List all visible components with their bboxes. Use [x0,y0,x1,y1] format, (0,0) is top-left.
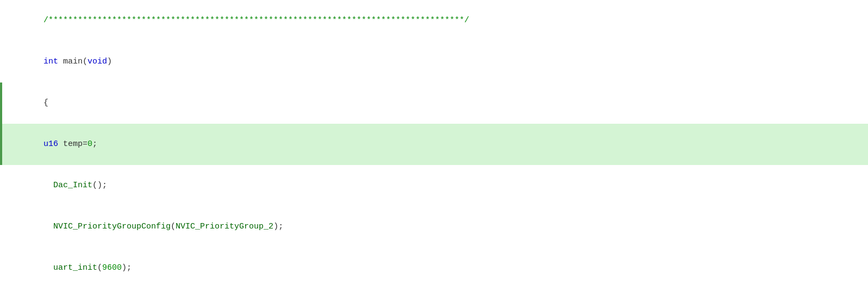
token-indent7 [43,263,53,272]
token-indent5 [43,181,53,190]
line-content-5: Dac_Init(); [10,165,868,206]
line-8: LED_Init(); [0,289,868,292]
token-paren7: ( [97,263,102,272]
gutter-7 [0,247,10,289]
gutter-8 [0,289,10,292]
line-content-3: { [10,82,868,124]
token-indent6 [43,222,53,231]
token-uart: uart_init [53,263,97,272]
line-content-7: uart_init(9600); [10,247,868,289]
line-content-4: u16 temp=0; [10,124,868,165]
line-content-6: NVIC_PriorityGroupConfig(NVIC_PriorityGr… [10,206,868,247]
line-6: NVIC_PriorityGroupConfig(NVIC_PriorityGr… [0,206,868,247]
gutter-1 [0,0,10,41]
token-main: main( [58,57,88,66]
token-close7: ); [122,263,132,272]
token-comment-top: /***************************************… [43,16,469,25]
token-close6: ); [273,222,283,231]
token-paren6: ( [171,222,176,231]
line-7: uart_init(9600); [0,247,868,289]
token-zero: 0 [88,139,92,149]
line-3: { [0,82,868,124]
gutter-2 [0,41,10,82]
token-int: int [43,57,58,66]
token-semi1: ; [92,139,97,149]
token-brace-open: { [43,98,48,107]
line-2: int main(void) [0,41,868,82]
line-content-8: LED_Init(); [10,289,868,292]
gutter-3 [0,82,10,124]
gutter-6 [0,206,10,247]
line-comment-top: /***************************************… [0,0,868,41]
token-paren: ) [107,57,112,66]
token-void: void [88,57,107,66]
token-dac-init: Dac_Init [53,181,92,190]
line-content-1: /***************************************… [10,0,868,41]
token-nvic: NVIC_PriorityGroupConfig [53,222,171,231]
line-5: Dac_Init(); [0,165,868,206]
line-4: u16 temp=0; [0,124,868,165]
gutter-4 [0,124,10,165]
token-nvic-group: NVIC_PriorityGroup_2 [176,222,273,231]
code-editor: /***************************************… [0,0,868,292]
token-9600: 9600 [102,263,122,272]
highlight-bar-4 [0,124,2,165]
token-temp-eq: temp= [58,139,88,149]
line-content-2: int main(void) [10,41,868,82]
token-u16: u16 [43,139,58,149]
gutter-5 [0,165,10,206]
token-call5: (); [92,181,107,190]
fold-marker-3 [0,82,2,124]
